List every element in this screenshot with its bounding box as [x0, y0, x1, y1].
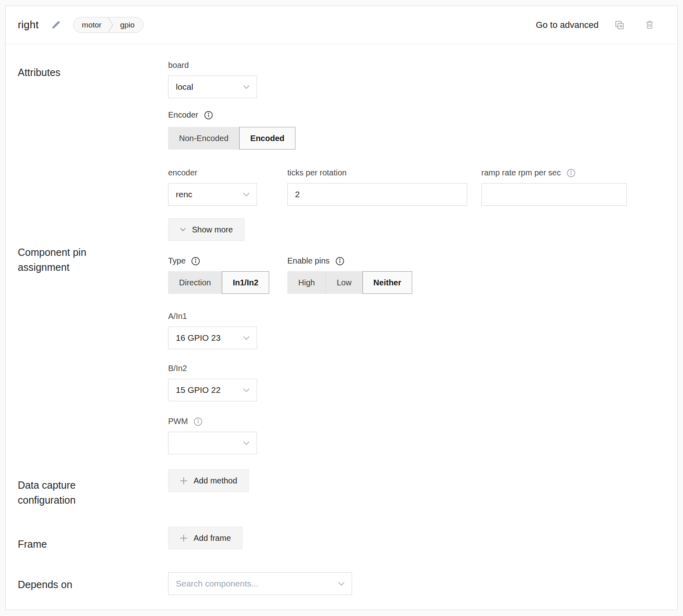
depends-on-search-input[interactable] [169, 573, 338, 595]
section-label-pin-assignment: Component pin assignment [18, 245, 107, 275]
pencil-icon [51, 20, 61, 30]
rename-button[interactable] [51, 20, 61, 30]
chevron-down-icon [243, 336, 250, 340]
chevron-down-icon [180, 228, 186, 232]
chevron-down-icon [243, 85, 250, 89]
a-in1-field: A/In1 16 GPIO 23 [168, 311, 257, 349]
add-frame-label: Add frame [194, 534, 231, 543]
duplicate-button[interactable] [614, 19, 625, 31]
a-in1-select[interactable]: 16 GPIO 23 [168, 327, 257, 349]
badge-category: motor [74, 17, 108, 32]
toggle-option-high[interactable]: High [287, 271, 326, 294]
section-label-attributes: Attributes [18, 65, 107, 80]
show-more-label: Show more [192, 225, 233, 234]
type-field: Type [168, 255, 201, 271]
chevron-down-icon [243, 388, 250, 392]
b-in2-select[interactable]: 15 GPIO 22 [168, 379, 257, 401]
encoder-mode-toggle: Non-Encoded Encoded [168, 127, 295, 150]
card-header: right motor gpio Go to advanced [6, 6, 677, 44]
ticks-per-rotation-label: ticks per rotation [287, 167, 467, 178]
component-type-badge: motor gpio [73, 17, 144, 33]
add-method-label: Add method [194, 476, 237, 485]
badge-model: gpio [114, 17, 143, 32]
plus-icon [180, 534, 188, 542]
info-icon[interactable] [203, 110, 214, 120]
toggle-option-direction[interactable]: Direction [168, 271, 222, 294]
a-in1-label: A/In1 [168, 311, 257, 322]
ticks-per-rotation-input[interactable] [287, 183, 467, 206]
toggle-option-non-encoded[interactable]: Non-Encoded [168, 127, 239, 150]
info-icon[interactable] [566, 168, 576, 178]
b-in2-select-value: 15 GPIO 22 [176, 385, 221, 395]
ramp-rate-label-row: ramp rate rpm per sec [481, 167, 627, 178]
chevron-down-icon [243, 441, 250, 445]
section-label-data-capture: Data capture configuration [18, 478, 107, 508]
board-select-value: local [176, 82, 193, 92]
enable-pins-label: Enable pins [287, 256, 330, 266]
ramp-rate-input[interactable] [481, 183, 627, 206]
ticks-per-rotation-field: ticks per rotation [287, 167, 467, 206]
info-icon[interactable] [193, 416, 203, 427]
b-in2-field: B/In2 15 GPIO 22 [168, 363, 257, 401]
info-icon[interactable] [190, 256, 201, 266]
add-frame-button[interactable]: Add frame [168, 527, 242, 549]
info-icon[interactable] [335, 256, 345, 266]
ramp-rate-field: ramp rate rpm per sec [481, 167, 627, 206]
board-label: board [168, 60, 257, 71]
trash-icon [645, 19, 655, 30]
enable-pins-field: Enable pins [287, 255, 345, 271]
encoder-select[interactable]: renc [168, 183, 257, 206]
pwm-select[interactable] [168, 432, 257, 454]
b-in2-label: B/In2 [168, 363, 257, 374]
type-label-row: Type [168, 255, 201, 266]
enable-pins-label-row: Enable pins [287, 255, 345, 266]
encoder-mode-field: Encoder [168, 110, 214, 125]
toggle-option-encoded[interactable]: Encoded [239, 127, 295, 150]
component-name: right [18, 19, 39, 31]
delete-button[interactable] [645, 19, 655, 30]
encoder-label: encoder [168, 167, 257, 178]
a-in1-select-value: 16 GPIO 23 [176, 333, 221, 343]
go-to-advanced-link[interactable]: Go to advanced [536, 20, 599, 30]
toggle-option-in1-in2[interactable]: In1/In2 [222, 271, 269, 294]
board-field: board local [168, 60, 257, 98]
toggle-option-low[interactable]: Low [326, 271, 363, 294]
board-select[interactable]: local [168, 76, 257, 98]
type-label: Type [168, 256, 186, 266]
pwm-label: PWM [168, 417, 188, 426]
show-more-button[interactable]: Show more [168, 218, 245, 241]
section-label-frame: Frame [18, 537, 107, 552]
encoder-select-value: renc [176, 190, 192, 199]
chevron-divider-icon [108, 17, 114, 32]
pwm-label-row: PWM [168, 416, 257, 427]
encoder-field: encoder renc [168, 167, 257, 206]
depends-on-select[interactable] [168, 572, 352, 595]
encoder-mode-label-row: Encoder [168, 110, 214, 120]
plus-icon [180, 477, 188, 485]
pwm-field: PWM [168, 416, 257, 454]
ramp-rate-label: ramp rate rpm per sec [481, 168, 561, 177]
section-label-depends-on: Depends on [18, 577, 107, 592]
component-config-card: right motor gpio Go to advanced [5, 6, 678, 610]
enable-pins-toggle: High Low Neither [287, 271, 412, 294]
add-method-button[interactable]: Add method [168, 469, 249, 492]
chevron-down-icon [338, 582, 345, 586]
duplicate-icon [614, 19, 625, 31]
encoder-mode-label: Encoder [168, 110, 198, 120]
toggle-option-neither[interactable]: Neither [363, 271, 412, 294]
chevron-down-icon [243, 192, 250, 197]
type-toggle: Direction In1/In2 [168, 271, 269, 294]
